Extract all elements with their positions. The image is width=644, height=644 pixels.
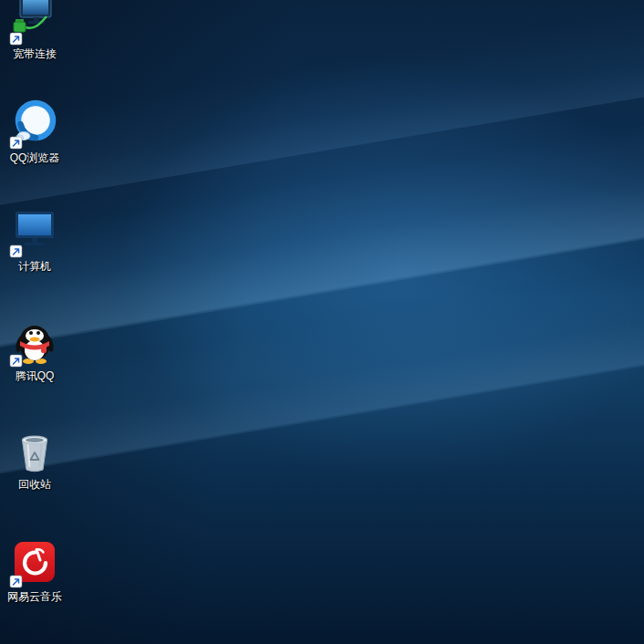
desktop-icon-label: 网易云音乐 — [7, 591, 62, 604]
computer-icon — [9, 207, 60, 258]
shortcut-arrow-overlay — [10, 33, 22, 45]
desktop-icon-label: 腾讯QQ — [16, 370, 55, 383]
shortcut-arrow-overlay — [10, 245, 22, 257]
desktop-icon-broadband-connection[interactable]: 宽带连接 — [0, 0, 69, 61]
desktop-icon-tencent-qq[interactable]: 腾讯QQ — [0, 317, 69, 383]
desktop-icon-label: 宽带连接 — [13, 48, 57, 61]
desktop[interactable]: 宽带连接 QQ浏览器 — [0, 0, 644, 644]
desktop-icon-label: QQ浏览器 — [10, 152, 60, 165]
netease-cloud-music-icon — [9, 537, 60, 588]
desktop-wallpaper — [0, 0, 644, 644]
qq-penguin-icon — [9, 317, 60, 368]
desktop-icon-netease-cloud-music[interactable]: 网易云音乐 — [0, 537, 69, 604]
shortcut-arrow-overlay — [10, 355, 22, 367]
desktop-icon-label: 计算机 — [18, 261, 51, 274]
shortcut-arrow-overlay — [10, 137, 22, 149]
desktop-icon-computer[interactable]: 计算机 — [0, 207, 69, 274]
shortcut-arrow-overlay — [10, 576, 22, 587]
qq-browser-icon — [9, 99, 60, 150]
recycle-bin-icon — [9, 425, 60, 476]
desktop-icon-qq-browser[interactable]: QQ浏览器 — [0, 99, 69, 165]
desktop-icon-label: 回收站 — [18, 479, 51, 492]
desktop-icon-recycle-bin[interactable]: 回收站 — [0, 425, 69, 492]
broadband-connection-icon — [9, 0, 60, 46]
